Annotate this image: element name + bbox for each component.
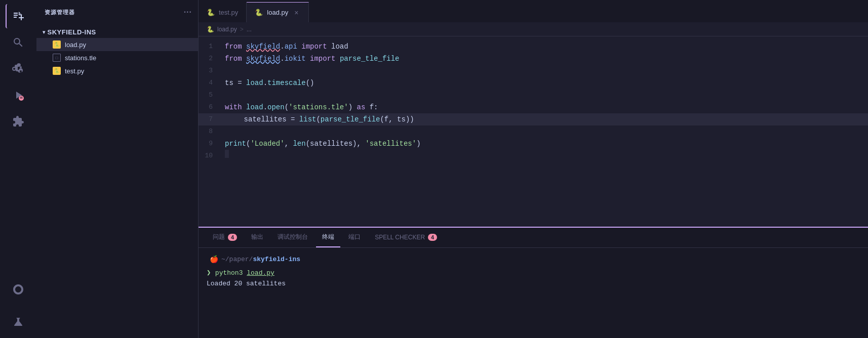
terminal-chevron: ❯ bbox=[207, 269, 215, 277]
code-line-2: 2 from skyfield.iokit import parse_tle_f… bbox=[199, 53, 868, 65]
code-line-1: 1 from skyfield.api import load bbox=[199, 40, 868, 53]
panel: 问题 4 输出 调试控制台 终端 端口 SPELL CHECKER 4 bbox=[199, 227, 868, 338]
file-stations-tle[interactable]: □ stations.tle bbox=[36, 51, 198, 64]
file-tree: ▾ SKYFIELD-INS 🐍 load.py □ stations.tle … bbox=[36, 24, 198, 79]
file-label: test.py bbox=[65, 67, 84, 75]
terminal-command-line: ❯ python3 load.py bbox=[207, 267, 860, 279]
tle-file-icon: □ bbox=[53, 54, 61, 62]
code-line-3: 3 bbox=[199, 65, 868, 77]
problems-badge: 4 bbox=[228, 234, 237, 241]
sidebar-options-button[interactable]: ··· bbox=[184, 8, 192, 17]
panel-tab-spellchecker[interactable]: SPELL CHECKER 4 bbox=[369, 228, 443, 247]
activity-bar bbox=[0, 0, 36, 338]
code-line-10: 10 bbox=[199, 150, 868, 162]
terminal-output: Loaded 20 satellites bbox=[207, 279, 860, 289]
terminal-output-text: Loaded 20 satellites bbox=[207, 280, 286, 287]
folder-name: SKYFIELD-INS bbox=[48, 28, 96, 36]
terminal-prompt: 🍎 ~/paper/skyfield-ins bbox=[207, 254, 860, 265]
file-load-py[interactable]: 🐍 load.py bbox=[36, 38, 198, 51]
breadcrumb-rest: ... bbox=[247, 26, 252, 33]
prompt-arrow-icon: 🍎 bbox=[210, 254, 218, 265]
tab-label: load.py bbox=[267, 9, 288, 16]
panel-tab-terminal[interactable]: 终端 bbox=[316, 228, 340, 247]
breadcrumb-separator: > bbox=[240, 26, 244, 33]
sidebar-title: 资源管理器 bbox=[45, 9, 75, 16]
panel-tab-label: 端口 bbox=[348, 233, 361, 241]
remote-icon[interactable] bbox=[6, 277, 30, 302]
panel-tab-debug[interactable]: 调试控制台 bbox=[271, 228, 314, 247]
code-editor[interactable]: 1 from skyfield.api import load 2 from s… bbox=[199, 36, 868, 227]
panel-tab-bar: 问题 4 输出 调试控制台 终端 端口 SPELL CHECKER 4 bbox=[199, 228, 868, 248]
breadcrumb-file: load.py bbox=[217, 26, 237, 33]
tab-label: test.py bbox=[219, 9, 238, 16]
panel-tab-label: 问题 bbox=[213, 233, 225, 241]
panel-tab-label: 调试控制台 bbox=[278, 233, 308, 241]
tab-bar: 🐍 test.py 🐍 load.py × bbox=[199, 0, 868, 22]
panel-tab-label: 终端 bbox=[322, 233, 334, 241]
panel-tab-output[interactable]: 输出 bbox=[245, 228, 269, 247]
tab-load-py[interactable]: 🐍 load.py × bbox=[247, 2, 309, 22]
search-icon[interactable] bbox=[6, 30, 30, 55]
panel-tab-ports[interactable]: 端口 bbox=[342, 228, 367, 247]
code-line-9: 9 print('Loaded', len(satellites), 'sate… bbox=[199, 138, 868, 150]
panel-tab-problems[interactable]: 问题 4 bbox=[207, 228, 243, 247]
sidebar-header: 资源管理器 ··· bbox=[36, 0, 198, 24]
code-line-5: 5 bbox=[199, 89, 868, 101]
code-line-6: 6 with load.open('stations.tle') as f: bbox=[199, 101, 868, 113]
tab-icon: 🐍 bbox=[255, 9, 263, 16]
terminal-content[interactable]: 🍎 ~/paper/skyfield-ins ❯ python3 load.py… bbox=[199, 248, 868, 338]
tab-icon: 🐍 bbox=[207, 9, 215, 16]
run-icon[interactable] bbox=[6, 83, 30, 107]
extensions-icon[interactable] bbox=[6, 109, 30, 134]
tab-close-button[interactable]: × bbox=[292, 9, 300, 17]
files-icon[interactable] bbox=[6, 4, 30, 28]
terminal-path: ~/paper/skyfield-ins bbox=[221, 255, 300, 265]
breadcrumb: 🐍 load.py > ... bbox=[199, 22, 868, 36]
tab-test-py[interactable]: 🐍 test.py bbox=[199, 2, 247, 22]
sidebar: 资源管理器 ··· ▾ SKYFIELD-INS 🐍 load.py □ sta… bbox=[36, 0, 199, 338]
file-test-py[interactable]: 🐍 test.py bbox=[36, 64, 198, 77]
code-line-4: 4 ts = load.timescale() bbox=[199, 77, 868, 89]
panel-tab-label: 输出 bbox=[251, 233, 263, 241]
code-line-7: 7 satellites = list(parse_tle_file(f, ts… bbox=[199, 113, 868, 125]
python-breadcrumb-icon: 🐍 bbox=[207, 26, 214, 33]
terminal-command: python3 load.py bbox=[215, 269, 274, 277]
chevron-down-icon: ▾ bbox=[43, 29, 46, 35]
git-icon[interactable] bbox=[6, 57, 30, 81]
main-area: 🐍 test.py 🐍 load.py × 🐍 load.py > ... 1 … bbox=[199, 0, 868, 338]
lab-icon[interactable] bbox=[6, 310, 30, 334]
panel-tab-label: SPELL CHECKER bbox=[375, 234, 425, 241]
python-file-icon: 🐍 bbox=[53, 67, 61, 75]
spellchecker-badge: 4 bbox=[428, 234, 437, 241]
file-label: stations.tle bbox=[65, 54, 96, 62]
editor: 1 from skyfield.api import load 2 from s… bbox=[199, 36, 868, 227]
folder-skyfield-ins[interactable]: ▾ SKYFIELD-INS bbox=[36, 26, 198, 38]
file-label: load.py bbox=[65, 41, 86, 49]
python-file-icon: 🐍 bbox=[53, 40, 61, 49]
code-line-8: 8 bbox=[199, 125, 868, 138]
